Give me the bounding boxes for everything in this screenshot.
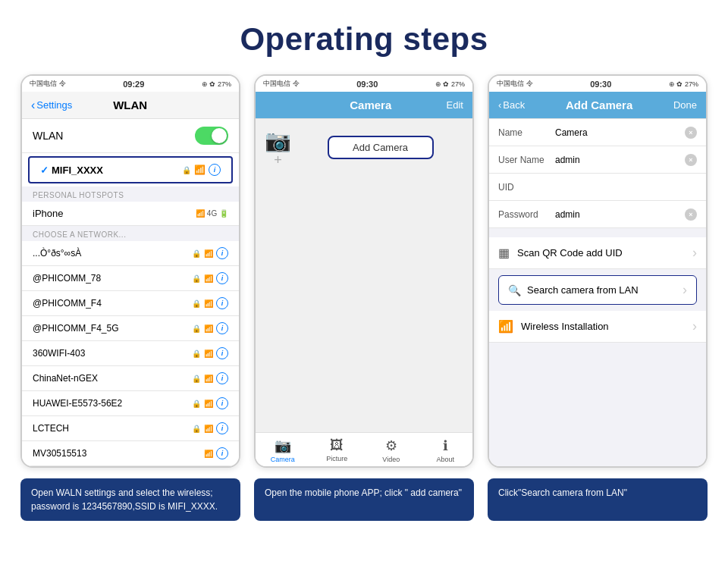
username-field-row: User Name admin × — [489, 146, 706, 174]
phone1-status-center: 09:29 — [123, 80, 144, 89]
phone-2-frame: 中国电信 令 09:30 ⊕ ✿ 27% Camera Edit 📷 — [254, 74, 474, 468]
info-circle-icon[interactable]: i — [216, 247, 228, 259]
info-circle-icon[interactable]: i — [216, 272, 228, 284]
info-circle-icon[interactable]: i — [216, 322, 228, 334]
page-title: Operating steps — [0, 0, 728, 74]
list-item[interactable]: ChinaNet-nGEX 🔒 📶 i — [22, 366, 239, 391]
phone2-nav: Camera Edit — [256, 92, 472, 119]
scan-qr-section: ▦ Scan QR Code add UID — [489, 237, 706, 269]
wireless-icon: 📶 — [498, 319, 513, 334]
tab-camera[interactable]: 📷 Camera — [256, 436, 310, 465]
wlan-toggle[interactable] — [195, 127, 228, 145]
list-item[interactable]: HUAWEI-E5573-56E2 🔒 📶 i — [22, 391, 239, 416]
list-item[interactable]: @PHICOMM_F4_5G 🔒 📶 i — [22, 316, 239, 341]
list-item[interactable]: LCTECH 🔒 📶 i — [22, 416, 239, 441]
info-circle-icon[interactable]: i — [216, 397, 228, 409]
info-circle-icon[interactable]: i — [216, 422, 228, 434]
mifi-selected-row[interactable]: ✓ MIFI_XXXX 🔒 📶 i — [28, 156, 233, 183]
phone3-status-center: 09:30 — [590, 80, 611, 89]
info-circle-icon[interactable]: i — [216, 297, 228, 309]
wifi-icon: 📶 — [204, 450, 213, 458]
phone-3-frame: 中国电信 令 09:30 ⊕ ✿ 27% ‹ Back Add Camera D… — [488, 74, 708, 468]
wifi-icon: 📶 — [204, 425, 213, 433]
chevron-right-icon — [692, 245, 697, 261]
password-clear-button[interactable]: × — [685, 208, 697, 221]
list-item[interactable]: @PHICOMM_78 🔒 📶 i — [22, 266, 239, 291]
search-icon: 🔍 — [508, 284, 521, 296]
lock-icon: 🔒 — [192, 349, 201, 358]
wireless-row[interactable]: 📶 Wireless Installation — [489, 311, 706, 343]
search-lan-section: 🔍 Search camera from LAN — [489, 272, 706, 311]
password-value[interactable]: admin — [555, 209, 685, 220]
network-list: ...Ò°ðs°∞sÀ 🔒 📶 i @PHICOMM_78 🔒 📶 i — [22, 241, 239, 466]
wireless-section: 📶 Wireless Installation — [489, 311, 706, 343]
phone1-status-bar: 中国电信 令 09:29 ⊕ ✿ 27% — [22, 76, 239, 92]
mifi-icons: 🔒 📶 i — [182, 164, 221, 176]
wlan-label: WLAN — [33, 130, 63, 142]
iphone-hotspot-row: iPhone 📶 4G 🔋 — [22, 202, 239, 226]
phone3-status-left: 中国电信 令 — [497, 79, 533, 89]
scan-qr-row[interactable]: ▦ Scan QR Code add UID — [489, 237, 706, 269]
name-value[interactable]: Camera — [555, 127, 685, 138]
tab-picture[interactable]: 🖼 Picture — [310, 436, 365, 465]
wifi-icon: 📶 — [204, 375, 213, 383]
phone1-nav-back[interactable]: ‹ Settings — [31, 99, 72, 112]
phone-1-frame: 中国电信 令 09:29 ⊕ ✿ 27% ‹ Settings WLAN WLA… — [20, 74, 240, 468]
video-tab-icon: ⚙ — [385, 437, 397, 454]
search-lan-row[interactable]: 🔍 Search camera from LAN — [498, 275, 697, 305]
wifi-icon: 📶 — [204, 274, 213, 283]
network-name: ...Ò°ðs°∞sÀ — [33, 248, 192, 259]
uid-field-row: UID — [489, 174, 706, 201]
network-name: @PHICOMM_78 — [33, 273, 192, 284]
network-name: LCTECH — [33, 423, 192, 434]
phone3-status-right: ⊕ ✿ 27% — [669, 80, 698, 88]
info-circle-icon[interactable]: i — [216, 347, 228, 359]
add-camera-button[interactable]: Add Camera — [328, 136, 434, 159]
info-icon[interactable]: i — [209, 164, 221, 176]
about-tab-icon: ℹ — [443, 437, 448, 454]
list-item[interactable]: ...Ò°ðs°∞sÀ 🔒 📶 i — [22, 241, 239, 266]
about-tab-label: About — [436, 456, 454, 463]
wifi-icon: 📶 — [204, 324, 213, 333]
list-item[interactable]: @PHICOMM_F4 🔒 📶 i — [22, 291, 239, 316]
wifi-icon: 📶 — [194, 165, 206, 175]
lock-icon: 🔒 — [192, 324, 201, 333]
name-clear-button[interactable]: × — [685, 127, 697, 139]
search-lan-label: Search camera from LAN — [527, 284, 676, 296]
network-icons: 🔒 📶 i — [192, 347, 228, 359]
picture-tab-label: Picture — [326, 455, 347, 462]
lock-icon: 🔒 — [192, 375, 201, 383]
phone2-status-right: ⊕ ✿ 27% — [435, 80, 465, 88]
phone2-edit-button[interactable]: Edit — [447, 99, 463, 111]
password-field-row: Password admin × — [489, 201, 706, 228]
info-circle-icon[interactable]: i — [216, 372, 228, 384]
page-container: Operating steps 中国电信 令 09:29 ⊕ ✿ 27% ‹ S… — [0, 0, 728, 533]
list-item[interactable]: MV30515513 📶 i — [22, 441, 239, 466]
tab-video[interactable]: ⚙ Video — [364, 436, 419, 465]
network-icons: 🔒 📶 i — [192, 272, 228, 284]
username-clear-button[interactable]: × — [685, 154, 697, 166]
qr-icon: ▦ — [498, 246, 510, 260]
phone3-done-button[interactable]: Done — [673, 99, 697, 111]
camera-tab-label: Camera — [271, 456, 295, 463]
picture-tab-icon: 🖼 — [330, 437, 344, 453]
app-tab-bar: 📷 Camera 🖼 Picture ⚙ Video ℹ About — [256, 432, 472, 466]
network-name: @PHICOMM_F4_5G — [33, 323, 192, 334]
phone2-nav-title: Camera — [350, 99, 391, 111]
list-item[interactable]: 360WIFI-403 🔒 📶 i — [22, 341, 239, 366]
personal-hotspots-header: PERSONAL HOTSPOTS — [22, 186, 239, 202]
camera-form-fields: Name Camera × User Name admin × UID P — [489, 119, 706, 228]
tab-about[interactable]: ℹ About — [419, 436, 473, 465]
iphone-label: iPhone — [33, 208, 63, 219]
info-circle-icon[interactable]: i — [216, 447, 228, 459]
phone2-status-left: 中国电信 令 — [263, 79, 300, 89]
phone2-status-center: 09:30 — [356, 80, 378, 89]
choose-network-header: CHOOSE A NETWORK... — [22, 226, 239, 241]
iphone-signal: 📶 4G 🔋 — [196, 209, 228, 218]
chevron-right-icon — [692, 318, 697, 334]
add-camera-form: Name Camera × User Name admin × UID P — [489, 119, 706, 466]
username-value[interactable]: admin — [555, 155, 685, 165]
chevron-left-icon: ‹ — [498, 99, 501, 111]
video-tab-label: Video — [382, 456, 400, 463]
phone3-nav-back[interactable]: ‹ Back — [498, 99, 525, 111]
